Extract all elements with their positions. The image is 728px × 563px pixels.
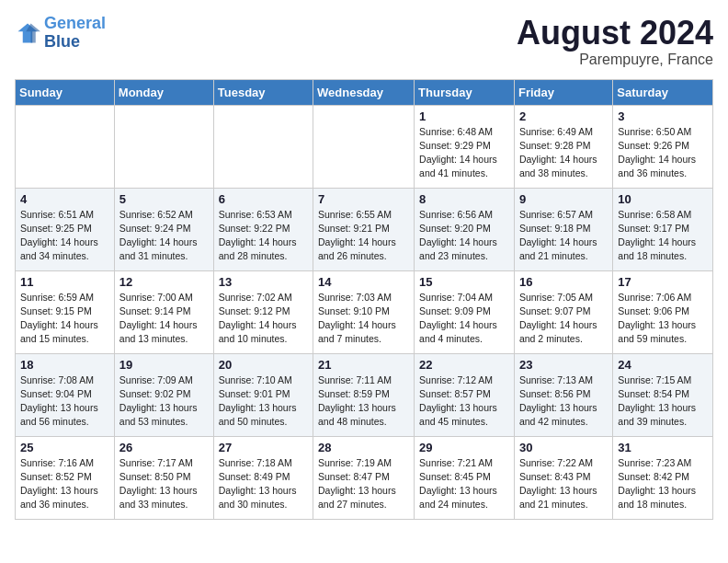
day-info: Sunrise: 6:51 AM Sunset: 9:25 PM Dayligh… xyxy=(20,208,109,264)
day-info: Sunrise: 7:21 AM Sunset: 8:45 PM Dayligh… xyxy=(419,456,509,512)
calendar-cell: 19Sunrise: 7:09 AM Sunset: 9:02 PM Dayli… xyxy=(114,353,213,436)
logo-icon xyxy=(15,20,40,46)
day-number: 18 xyxy=(20,358,109,372)
calendar-cell: 12Sunrise: 7:00 AM Sunset: 9:14 PM Dayli… xyxy=(114,270,213,353)
weekday-header: Monday xyxy=(114,79,213,105)
day-info: Sunrise: 7:04 AM Sunset: 9:09 PM Dayligh… xyxy=(419,291,509,347)
calendar-cell: 26Sunrise: 7:17 AM Sunset: 8:50 PM Dayli… xyxy=(114,436,213,519)
calendar-cell: 17Sunrise: 7:06 AM Sunset: 9:06 PM Dayli… xyxy=(613,270,713,353)
calendar-cell xyxy=(114,105,213,188)
weekday-header: Thursday xyxy=(415,79,515,105)
day-number: 7 xyxy=(318,192,409,206)
calendar-cell: 8Sunrise: 6:56 AM Sunset: 9:20 PM Daylig… xyxy=(415,188,515,270)
calendar-cell: 7Sunrise: 6:55 AM Sunset: 9:21 PM Daylig… xyxy=(313,188,415,270)
day-number: 30 xyxy=(519,441,608,454)
day-info: Sunrise: 7:05 AM Sunset: 9:07 PM Dayligh… xyxy=(519,291,608,347)
day-number: 4 xyxy=(20,192,109,206)
day-info: Sunrise: 7:00 AM Sunset: 9:14 PM Dayligh… xyxy=(119,291,209,347)
day-info: Sunrise: 6:58 AM Sunset: 9:17 PM Dayligh… xyxy=(618,208,708,264)
logo-text: General Blue xyxy=(44,15,106,52)
day-number: 29 xyxy=(419,441,509,454)
day-number: 17 xyxy=(618,275,708,289)
calendar-cell: 13Sunrise: 7:02 AM Sunset: 9:12 PM Dayli… xyxy=(213,270,313,353)
calendar-cell: 16Sunrise: 7:05 AM Sunset: 9:07 PM Dayli… xyxy=(514,270,612,353)
day-number: 13 xyxy=(219,275,308,289)
day-info: Sunrise: 7:18 AM Sunset: 8:49 PM Dayligh… xyxy=(219,456,308,512)
day-info: Sunrise: 7:13 AM Sunset: 8:56 PM Dayligh… xyxy=(519,373,608,430)
month-title: August 2024 xyxy=(517,15,713,52)
calendar-table: SundayMondayTuesdayWednesdayThursdayFrid… xyxy=(15,79,713,520)
day-info: Sunrise: 6:59 AM Sunset: 9:15 PM Dayligh… xyxy=(20,291,109,347)
calendar-cell: 14Sunrise: 7:03 AM Sunset: 9:10 PM Dayli… xyxy=(313,270,415,353)
day-number: 3 xyxy=(618,109,708,123)
day-info: Sunrise: 6:49 AM Sunset: 9:28 PM Dayligh… xyxy=(519,125,608,181)
day-number: 26 xyxy=(119,441,209,454)
day-info: Sunrise: 6:52 AM Sunset: 9:24 PM Dayligh… xyxy=(119,208,209,264)
day-info: Sunrise: 6:48 AM Sunset: 9:29 PM Dayligh… xyxy=(419,125,509,181)
day-number: 16 xyxy=(519,275,608,289)
calendar-cell: 3Sunrise: 6:50 AM Sunset: 9:26 PM Daylig… xyxy=(613,105,713,188)
day-info: Sunrise: 7:15 AM Sunset: 8:54 PM Dayligh… xyxy=(618,373,708,430)
weekday-header: Saturday xyxy=(613,79,713,105)
day-number: 21 xyxy=(318,358,409,372)
day-number: 24 xyxy=(618,358,708,372)
day-info: Sunrise: 7:06 AM Sunset: 9:06 PM Dayligh… xyxy=(618,291,708,347)
calendar-cell: 18Sunrise: 7:08 AM Sunset: 9:04 PM Dayli… xyxy=(16,353,115,436)
calendar-cell: 21Sunrise: 7:11 AM Sunset: 8:59 PM Dayli… xyxy=(313,353,415,436)
day-info: Sunrise: 7:10 AM Sunset: 9:01 PM Dayligh… xyxy=(219,373,308,430)
day-info: Sunrise: 7:02 AM Sunset: 9:12 PM Dayligh… xyxy=(219,291,308,347)
calendar-cell xyxy=(16,105,115,188)
day-number: 11 xyxy=(20,275,109,289)
day-info: Sunrise: 7:16 AM Sunset: 8:52 PM Dayligh… xyxy=(20,456,109,512)
day-info: Sunrise: 7:11 AM Sunset: 8:59 PM Dayligh… xyxy=(318,373,409,430)
calendar-header: SundayMondayTuesdayWednesdayThursdayFrid… xyxy=(16,79,713,105)
day-number: 14 xyxy=(318,275,409,289)
weekday-header: Friday xyxy=(514,79,612,105)
calendar-cell: 28Sunrise: 7:19 AM Sunset: 8:47 PM Dayli… xyxy=(313,436,415,519)
day-info: Sunrise: 6:57 AM Sunset: 9:18 PM Dayligh… xyxy=(519,208,608,264)
calendar-cell: 29Sunrise: 7:21 AM Sunset: 8:45 PM Dayli… xyxy=(415,436,515,519)
day-number: 28 xyxy=(318,441,409,454)
day-info: Sunrise: 7:03 AM Sunset: 9:10 PM Dayligh… xyxy=(318,291,409,347)
day-number: 12 xyxy=(119,275,209,289)
day-number: 23 xyxy=(519,358,608,372)
day-number: 22 xyxy=(419,358,509,372)
day-info: Sunrise: 7:12 AM Sunset: 8:57 PM Dayligh… xyxy=(419,373,509,430)
day-info: Sunrise: 7:09 AM Sunset: 9:02 PM Dayligh… xyxy=(119,373,209,430)
day-number: 1 xyxy=(419,109,509,123)
weekday-header: Wednesday xyxy=(313,79,415,105)
calendar-cell: 2Sunrise: 6:49 AM Sunset: 9:28 PM Daylig… xyxy=(514,105,612,188)
day-info: Sunrise: 6:56 AM Sunset: 9:20 PM Dayligh… xyxy=(419,208,509,264)
calendar-cell xyxy=(213,105,313,188)
day-info: Sunrise: 7:08 AM Sunset: 9:04 PM Dayligh… xyxy=(20,373,109,430)
day-info: Sunrise: 7:19 AM Sunset: 8:47 PM Dayligh… xyxy=(318,456,409,512)
day-number: 20 xyxy=(219,358,308,372)
day-number: 8 xyxy=(419,192,509,206)
location-subtitle: Parempuyre, France xyxy=(517,52,713,68)
weekday-header: Sunday xyxy=(16,79,115,105)
calendar-cell: 25Sunrise: 7:16 AM Sunset: 8:52 PM Dayli… xyxy=(16,436,115,519)
day-number: 27 xyxy=(219,441,308,454)
day-info: Sunrise: 7:22 AM Sunset: 8:43 PM Dayligh… xyxy=(519,456,608,512)
calendar-cell: 27Sunrise: 7:18 AM Sunset: 8:49 PM Dayli… xyxy=(213,436,313,519)
day-info: Sunrise: 6:50 AM Sunset: 9:26 PM Dayligh… xyxy=(618,125,708,181)
calendar-cell: 15Sunrise: 7:04 AM Sunset: 9:09 PM Dayli… xyxy=(415,270,515,353)
weekday-header: Tuesday xyxy=(213,79,313,105)
calendar-cell: 20Sunrise: 7:10 AM Sunset: 9:01 PM Dayli… xyxy=(213,353,313,436)
day-number: 9 xyxy=(519,192,608,206)
day-number: 5 xyxy=(119,192,209,206)
calendar-cell: 10Sunrise: 6:58 AM Sunset: 9:17 PM Dayli… xyxy=(613,188,713,270)
calendar-cell xyxy=(313,105,415,188)
logo: General Blue xyxy=(15,15,106,52)
day-number: 31 xyxy=(618,441,708,454)
calendar-cell: 22Sunrise: 7:12 AM Sunset: 8:57 PM Dayli… xyxy=(415,353,515,436)
calendar-cell: 31Sunrise: 7:23 AM Sunset: 8:42 PM Dayli… xyxy=(613,436,713,519)
day-number: 15 xyxy=(419,275,509,289)
calendar-cell: 9Sunrise: 6:57 AM Sunset: 9:18 PM Daylig… xyxy=(514,188,612,270)
day-info: Sunrise: 6:55 AM Sunset: 9:21 PM Dayligh… xyxy=(318,208,409,264)
calendar-cell: 11Sunrise: 6:59 AM Sunset: 9:15 PM Dayli… xyxy=(16,270,115,353)
day-info: Sunrise: 7:17 AM Sunset: 8:50 PM Dayligh… xyxy=(119,456,209,512)
calendar-cell: 30Sunrise: 7:22 AM Sunset: 8:43 PM Dayli… xyxy=(514,436,612,519)
calendar-cell: 24Sunrise: 7:15 AM Sunset: 8:54 PM Dayli… xyxy=(613,353,713,436)
day-number: 6 xyxy=(219,192,308,206)
